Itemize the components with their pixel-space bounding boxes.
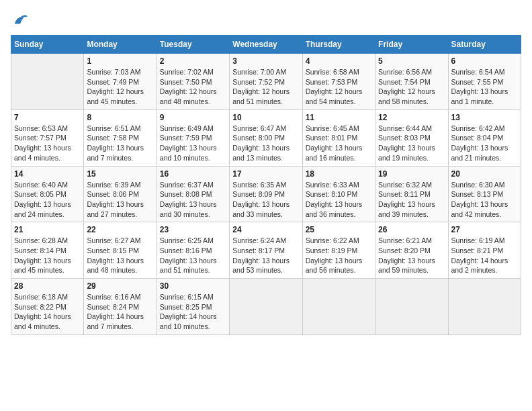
calendar-header-row: SundayMondayTuesdayWednesdayThursdayFrid… <box>11 36 521 54</box>
day-number: 11 <box>306 113 372 122</box>
calendar-cell: 17Sunrise: 6:35 AM Sunset: 8:09 PM Dayli… <box>230 166 302 222</box>
calendar-cell: 21Sunrise: 6:28 AM Sunset: 8:14 PM Dayli… <box>11 222 84 279</box>
day-info: Sunrise: 6:58 AM Sunset: 7:53 PM Dayligh… <box>306 67 372 107</box>
calendar-cell: 26Sunrise: 6:21 AM Sunset: 8:20 PM Dayli… <box>375 222 448 279</box>
day-info: Sunrise: 6:35 AM Sunset: 8:09 PM Dayligh… <box>232 180 299 220</box>
calendar-week-row: 21Sunrise: 6:28 AM Sunset: 8:14 PM Dayli… <box>11 222 521 279</box>
calendar-table: SundayMondayTuesdayWednesdayThursdayFrid… <box>11 35 521 335</box>
calendar-body: 1Sunrise: 7:03 AM Sunset: 7:49 PM Daylig… <box>11 54 521 335</box>
day-info: Sunrise: 6:37 AM Sunset: 8:08 PM Dayligh… <box>160 180 226 220</box>
day-info: Sunrise: 6:16 AM Sunset: 8:24 PM Dayligh… <box>87 292 153 332</box>
weekday-header: Monday <box>84 36 157 54</box>
day-number: 27 <box>451 225 518 234</box>
day-info: Sunrise: 6:21 AM Sunset: 8:20 PM Dayligh… <box>378 236 445 275</box>
day-info: Sunrise: 7:02 AM Sunset: 7:50 PM Dayligh… <box>160 67 226 107</box>
day-number: 23 <box>160 225 226 234</box>
calendar-cell: 9Sunrise: 6:49 AM Sunset: 7:59 PM Daylig… <box>157 109 229 166</box>
weekday-header: Wednesday <box>230 36 302 54</box>
day-info: Sunrise: 7:00 AM Sunset: 7:52 PM Dayligh… <box>232 67 299 107</box>
calendar-cell: 6Sunrise: 6:54 AM Sunset: 7:55 PM Daylig… <box>448 54 521 110</box>
day-number: 24 <box>232 225 299 234</box>
calendar-cell: 7Sunrise: 6:53 AM Sunset: 7:57 PM Daylig… <box>11 109 84 166</box>
calendar-cell: 4Sunrise: 6:58 AM Sunset: 7:53 PM Daylig… <box>302 54 375 110</box>
logo <box>11 11 32 30</box>
calendar-cell: 10Sunrise: 6:47 AM Sunset: 8:00 PM Dayli… <box>230 109 302 166</box>
day-info: Sunrise: 6:51 AM Sunset: 7:58 PM Dayligh… <box>87 124 153 163</box>
calendar-cell: 15Sunrise: 6:39 AM Sunset: 8:06 PM Dayli… <box>84 166 157 222</box>
calendar-cell: 16Sunrise: 6:37 AM Sunset: 8:08 PM Dayli… <box>157 166 229 222</box>
calendar-cell: 28Sunrise: 6:18 AM Sunset: 8:22 PM Dayli… <box>11 279 84 335</box>
day-info: Sunrise: 6:54 AM Sunset: 7:55 PM Dayligh… <box>451 67 518 107</box>
day-number: 4 <box>306 56 372 66</box>
page-header <box>11 11 521 30</box>
day-info: Sunrise: 6:45 AM Sunset: 8:01 PM Dayligh… <box>306 124 372 163</box>
calendar-cell <box>375 279 448 335</box>
day-number: 12 <box>378 113 445 122</box>
calendar-cell <box>448 279 521 335</box>
calendar-cell: 25Sunrise: 6:22 AM Sunset: 8:19 PM Dayli… <box>302 222 375 279</box>
day-info: Sunrise: 6:25 AM Sunset: 8:16 PM Dayligh… <box>160 236 226 275</box>
calendar-cell <box>11 54 84 110</box>
day-number: 14 <box>14 169 81 179</box>
day-info: Sunrise: 6:30 AM Sunset: 8:13 PM Dayligh… <box>451 180 518 220</box>
day-info: Sunrise: 6:24 AM Sunset: 8:17 PM Dayligh… <box>232 236 299 275</box>
day-number: 26 <box>378 225 445 234</box>
calendar-cell: 13Sunrise: 6:42 AM Sunset: 8:04 PM Dayli… <box>448 109 521 166</box>
day-number: 2 <box>160 56 226 66</box>
day-number: 9 <box>160 113 226 122</box>
day-info: Sunrise: 6:39 AM Sunset: 8:06 PM Dayligh… <box>87 180 153 220</box>
day-number: 21 <box>14 225 81 234</box>
day-info: Sunrise: 6:22 AM Sunset: 8:19 PM Dayligh… <box>306 236 372 275</box>
day-info: Sunrise: 6:32 AM Sunset: 8:11 PM Dayligh… <box>378 180 445 220</box>
day-number: 29 <box>87 281 153 291</box>
calendar-cell: 23Sunrise: 6:25 AM Sunset: 8:16 PM Dayli… <box>157 222 229 279</box>
day-number: 19 <box>378 169 445 179</box>
weekday-header: Thursday <box>302 36 375 54</box>
calendar-week-row: 7Sunrise: 6:53 AM Sunset: 7:57 PM Daylig… <box>11 109 521 166</box>
calendar-cell: 29Sunrise: 6:16 AM Sunset: 8:24 PM Dayli… <box>84 279 157 335</box>
calendar-week-row: 1Sunrise: 7:03 AM Sunset: 7:49 PM Daylig… <box>11 54 521 110</box>
day-info: Sunrise: 6:18 AM Sunset: 8:22 PM Dayligh… <box>14 292 81 332</box>
day-info: Sunrise: 6:28 AM Sunset: 8:14 PM Dayligh… <box>14 236 81 275</box>
calendar-cell: 19Sunrise: 6:32 AM Sunset: 8:11 PM Dayli… <box>375 166 448 222</box>
day-number: 5 <box>378 56 445 66</box>
calendar-cell: 8Sunrise: 6:51 AM Sunset: 7:58 PM Daylig… <box>84 109 157 166</box>
day-info: Sunrise: 6:27 AM Sunset: 8:15 PM Dayligh… <box>87 236 153 275</box>
calendar-cell: 18Sunrise: 6:33 AM Sunset: 8:10 PM Dayli… <box>302 166 375 222</box>
day-info: Sunrise: 6:47 AM Sunset: 8:00 PM Dayligh… <box>232 124 299 163</box>
day-info: Sunrise: 6:56 AM Sunset: 7:54 PM Dayligh… <box>378 67 445 107</box>
day-number: 28 <box>14 281 81 291</box>
calendar-week-row: 14Sunrise: 6:40 AM Sunset: 8:05 PM Dayli… <box>11 166 521 222</box>
calendar-cell: 27Sunrise: 6:19 AM Sunset: 8:21 PM Dayli… <box>448 222 521 279</box>
day-number: 1 <box>87 56 153 66</box>
day-number: 17 <box>232 169 299 179</box>
weekday-header: Friday <box>375 36 448 54</box>
calendar-cell <box>302 279 375 335</box>
calendar-cell: 5Sunrise: 6:56 AM Sunset: 7:54 PM Daylig… <box>375 54 448 110</box>
day-number: 22 <box>87 225 153 234</box>
day-info: Sunrise: 7:03 AM Sunset: 7:49 PM Dayligh… <box>87 67 153 107</box>
day-info: Sunrise: 6:33 AM Sunset: 8:10 PM Dayligh… <box>306 180 372 220</box>
day-info: Sunrise: 6:40 AM Sunset: 8:05 PM Dayligh… <box>14 180 81 220</box>
day-number: 18 <box>306 169 372 179</box>
calendar-cell: 20Sunrise: 6:30 AM Sunset: 8:13 PM Dayli… <box>448 166 521 222</box>
day-info: Sunrise: 6:49 AM Sunset: 7:59 PM Dayligh… <box>160 124 226 163</box>
day-number: 13 <box>451 113 518 122</box>
day-number: 8 <box>87 113 153 122</box>
day-number: 10 <box>232 113 299 122</box>
weekday-header: Sunday <box>11 36 84 54</box>
calendar-cell: 2Sunrise: 7:02 AM Sunset: 7:50 PM Daylig… <box>157 54 229 110</box>
calendar-cell: 14Sunrise: 6:40 AM Sunset: 8:05 PM Dayli… <box>11 166 84 222</box>
day-number: 30 <box>160 281 226 291</box>
day-number: 7 <box>14 113 81 122</box>
calendar-week-row: 28Sunrise: 6:18 AM Sunset: 8:22 PM Dayli… <box>11 279 521 335</box>
day-number: 16 <box>160 169 226 179</box>
calendar-cell: 12Sunrise: 6:44 AM Sunset: 8:03 PM Dayli… <box>375 109 448 166</box>
day-number: 6 <box>451 56 518 66</box>
day-info: Sunrise: 6:42 AM Sunset: 8:04 PM Dayligh… <box>451 124 518 163</box>
calendar-cell <box>230 279 302 335</box>
calendar-cell: 30Sunrise: 6:15 AM Sunset: 8:25 PM Dayli… <box>157 279 229 335</box>
calendar-cell: 1Sunrise: 7:03 AM Sunset: 7:49 PM Daylig… <box>84 54 157 110</box>
day-info: Sunrise: 6:44 AM Sunset: 8:03 PM Dayligh… <box>378 124 445 163</box>
day-number: 15 <box>87 169 153 179</box>
